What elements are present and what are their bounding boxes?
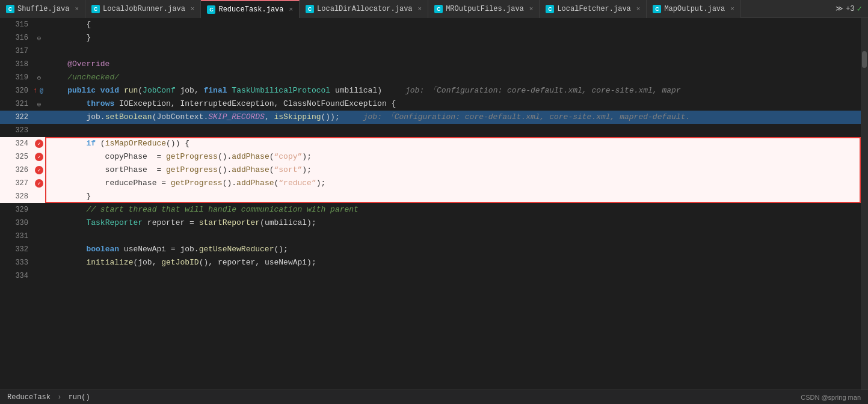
line-334: 334 xyxy=(0,269,861,283)
line-319: 319 ⊖ /unchecked/ xyxy=(0,71,861,84)
editor-area: 315 { 316 ⊖ } 317 xyxy=(0,18,868,390)
checkmark-icon: ✓ xyxy=(857,4,862,14)
tab-reduce[interactable]: C ReduceTask.java × xyxy=(201,0,300,18)
tab-localfetch[interactable]: C LocalFetcher.java × xyxy=(540,0,647,18)
side-icon-329 xyxy=(33,203,45,216)
line-code-324[interactable]: if (isMapOrReduce()) { xyxy=(45,137,861,150)
line-code-332[interactable]: boolean useNewApi = job.getUseNewReducer… xyxy=(45,243,861,256)
line-code-318[interactable]: @Override xyxy=(45,58,861,71)
watermark: CSDN @spring man xyxy=(801,394,861,401)
side-icon-317 xyxy=(33,44,45,58)
error-icon-324: ✓ xyxy=(35,139,43,148)
tab-close-localjob[interactable]: × xyxy=(191,5,195,13)
line-code-326[interactable]: sortPhase = getProgress().addPhase(“sort… xyxy=(45,164,861,177)
side-icon-324: ✓ xyxy=(33,137,45,150)
line-331: 331 xyxy=(0,230,861,243)
line-code-320[interactable]: public void run(JobConf job, final TaskU… xyxy=(45,84,861,97)
side-icon-321: ⊖ xyxy=(33,97,45,111)
line-322: 322 job.setBoolean(JobContext.SKIP_RECOR… xyxy=(0,111,861,124)
line-num-329: 329 xyxy=(0,203,33,216)
line-code-321[interactable]: throws IOException, InterruptedException… xyxy=(45,97,861,111)
line-320: 320 ↑ @ public void run(JobConf job, fin… xyxy=(0,84,861,97)
side-icon-315 xyxy=(33,18,45,31)
tab-mapoutput[interactable]: C MapOutput.java × xyxy=(647,0,740,18)
tab-localdir[interactable]: C LocalDirAllocator.java × xyxy=(300,0,428,18)
tab-label-localfetch: LocalFetcher.java xyxy=(557,5,630,13)
line-329: 329 // start thread that will handle com… xyxy=(0,203,861,216)
scrollbar-thumb[interactable] xyxy=(862,51,867,68)
line-num-326: 326 xyxy=(0,164,33,177)
side-icon-323 xyxy=(33,124,45,137)
line-code-317[interactable] xyxy=(45,44,861,58)
tab-close-mapoutput[interactable]: × xyxy=(730,5,734,13)
tab-mroutput[interactable]: C MROutputFiles.java × xyxy=(428,0,540,18)
line-code-316[interactable]: } xyxy=(45,31,861,44)
tab-icon-shuffle: C xyxy=(6,5,14,13)
line-num-331: 331 xyxy=(0,230,33,243)
line-num-327: 327 xyxy=(0,177,33,190)
line-num-317: 317 xyxy=(0,44,33,58)
bookmark-icon-320: @ xyxy=(40,88,43,94)
line-code-330[interactable]: TaskReporter reporter = startReporter(um… xyxy=(45,216,861,230)
line-code-323[interactable] xyxy=(45,124,861,137)
side-icon-334 xyxy=(33,269,45,283)
fold-icon-316: ⊖ xyxy=(37,34,42,42)
line-315: 315 { xyxy=(0,18,861,31)
tab-close-localfetch[interactable]: × xyxy=(636,5,641,13)
line-333: 333 initialize(job, getJobID(), reporter… xyxy=(0,256,861,269)
line-num-334: 334 xyxy=(0,269,33,283)
tab-close-mroutput[interactable]: × xyxy=(529,5,534,13)
fold-icon-321: ⊖ xyxy=(37,100,42,108)
line-num-320: 320 xyxy=(0,84,33,97)
breadcrumb-file: ReduceTask xyxy=(7,393,51,402)
tab-close-localdir[interactable]: × xyxy=(418,5,422,13)
line-num-328: 328 xyxy=(0,190,33,203)
red-box-section: 324 ✓ if (isMapOrReduce()) { 325 ✓ xyxy=(0,137,861,203)
side-icon-316: ⊖ xyxy=(33,31,45,44)
tab-overflow[interactable]: ≫ +3 ✓ xyxy=(830,4,868,14)
tab-bar: C Shuffle.java × C LocalJobRunner.java ×… xyxy=(0,0,868,18)
side-icon-328 xyxy=(33,190,45,203)
tab-label-shuffle: Shuffle.java xyxy=(17,5,69,13)
tab-label-localdir: LocalDirAllocator.java xyxy=(317,5,412,13)
line-327: 327 ✓ reducePhase = getProgress().addPha… xyxy=(0,177,861,190)
line-330: 330 TaskReporter reporter = startReporte… xyxy=(0,216,861,230)
error-icon-327: ✓ xyxy=(35,179,43,188)
tab-label-mroutput: MROutputFiles.java xyxy=(446,5,524,13)
tab-icon-mapoutput: C xyxy=(653,5,661,13)
line-code-334[interactable] xyxy=(45,269,861,283)
side-icon-332 xyxy=(33,243,45,256)
line-num-318: 318 xyxy=(0,58,33,71)
line-code-322[interactable]: job.setBoolean(JobContext.SKIP_RECORDS, … xyxy=(45,111,861,124)
line-num-324: 324 xyxy=(0,137,33,150)
breadcrumb: ReduceTask › run() xyxy=(7,393,90,402)
tab-icon-mroutput: C xyxy=(434,5,443,13)
line-325: 325 ✓ copyPhase = getProgress().addPhase… xyxy=(0,150,861,164)
tab-close-reduce[interactable]: × xyxy=(289,6,294,13)
tab-label-mapoutput: MapOutput.java xyxy=(664,5,725,13)
line-326: 326 ✓ sortPhase = getProgress().addPhase… xyxy=(0,164,861,177)
side-icon-327: ✓ xyxy=(33,177,45,190)
line-code-328[interactable]: } xyxy=(45,190,861,203)
vertical-scrollbar[interactable] xyxy=(861,18,868,390)
line-num-323: 323 xyxy=(0,124,33,137)
breadcrumb-sep: › xyxy=(57,393,61,402)
tab-shuffle[interactable]: C Shuffle.java × xyxy=(0,0,85,18)
line-num-322: 322 xyxy=(0,111,33,124)
line-num-332: 332 xyxy=(0,243,33,256)
line-code-331[interactable] xyxy=(45,230,861,243)
line-317: 317 xyxy=(0,44,861,58)
line-code-333[interactable]: initialize(job, getJobID(), reporter, us… xyxy=(45,256,861,269)
line-code-325[interactable]: copyPhase = getProgress().addPhase(“copy… xyxy=(45,150,861,164)
line-code-315[interactable]: { xyxy=(45,18,861,31)
line-code-319[interactable]: /unchecked/ xyxy=(45,71,861,84)
tab-icon-reduce: C xyxy=(207,5,215,14)
line-code-329[interactable]: // start thread that will handle communi… xyxy=(45,203,861,216)
fold-icon-319: ⊖ xyxy=(37,74,42,82)
tab-close-shuffle[interactable]: × xyxy=(75,5,79,13)
side-icon-326: ✓ xyxy=(33,164,45,177)
line-num-315: 315 xyxy=(0,18,33,31)
line-318: 318 @Override xyxy=(0,58,861,71)
tab-localjob[interactable]: C LocalJobRunner.java × xyxy=(85,0,201,18)
line-code-327[interactable]: reducePhase = getProgress().addPhase(“re… xyxy=(45,177,861,190)
